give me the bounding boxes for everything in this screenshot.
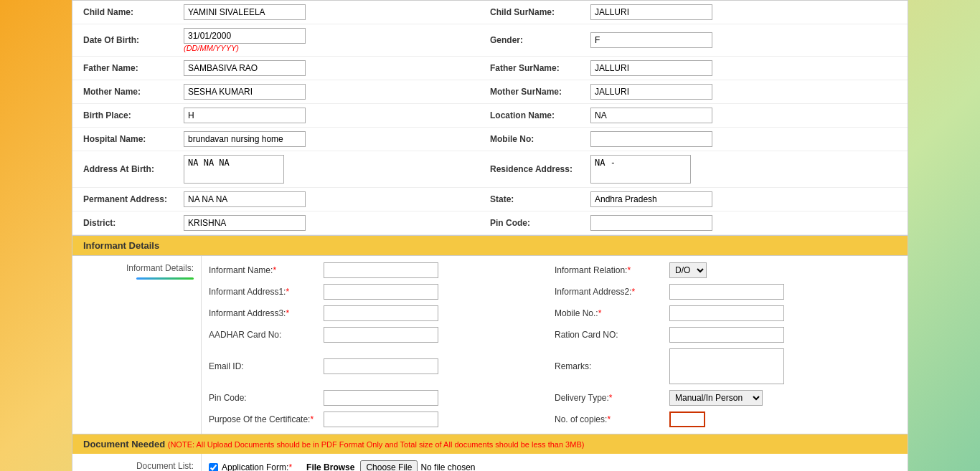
application-form-checkbox-label[interactable]: Application Form:* [209,462,292,471]
application-form-checkbox[interactable] [209,463,218,472]
remarks-label: Remarks: [555,361,669,371]
permanent-address-input[interactable] [184,191,306,207]
file-browse-label: File Browse [306,462,354,471]
file-input[interactable] [360,460,523,471]
residence-address-label: Residence Address: [490,164,590,174]
father-surname-input[interactable] [590,60,712,76]
birth-place-col: Birth Place: [83,108,490,123]
informant-address2-col: Informant Address2:* [555,284,900,300]
pin-code-input[interactable] [590,215,712,231]
child-name-input[interactable] [184,4,306,20]
purpose-label: Purpose Of the Certificate:* [209,414,324,424]
aadhar-label: AADHAR Card No: [209,330,324,340]
informant-address1-col: Informant Address1:* [209,284,555,300]
document-note: (NOTE: All Upload Documents should be in… [168,440,585,449]
birth-place-input[interactable] [184,108,306,123]
father-name-row: Father Name: Father SurName: [72,57,908,80]
aadhar-row: AADHAR Card No: Ration Card NO: [209,324,900,346]
address-birth-input[interactable]: NA NA NA [184,155,284,184]
informant-address2-input[interactable] [669,284,784,300]
location-name-input[interactable] [590,108,712,123]
content-area: Child Name: Child SurName: Date Of Birth… [72,0,908,471]
dob-col: Date Of Birth: (DD/MM/YYYY) [83,28,490,52]
dob-input[interactable] [184,28,306,44]
aadhar-input[interactable] [324,327,438,343]
mother-surname-col: Mother SurName: [490,84,897,100]
child-surname-label: Child SurName: [490,7,590,17]
gender-col: Gender: [490,32,897,48]
district-col: District: [83,215,490,231]
district-label: District: [83,218,184,228]
inf-mobile-input[interactable] [669,305,784,321]
mother-name-label: Mother Name: [83,87,184,97]
residence-address-input[interactable]: NA - [590,155,691,184]
email-col: Email ID: [209,358,555,374]
informant-name-label: Informant Name:* [209,265,324,275]
inf-pincode-label: Pin Code: [209,393,324,403]
no-copies-input[interactable] [669,411,705,427]
mother-name-row: Mother Name: Mother SurName: [72,80,908,104]
child-surname-input[interactable] [590,4,712,20]
ration-input[interactable] [669,327,784,343]
informant-relation-label: Informant Relation:* [555,265,669,275]
child-name-label: Child Name: [83,7,184,17]
hospital-name-input[interactable] [184,131,306,147]
remarks-col: Remarks: [555,348,900,384]
delivery-col: Delivery Type:* Manual/In Person By Post [555,390,900,406]
mobile-no-input[interactable] [590,131,712,147]
purpose-col: Purpose Of the Certificate:* [209,411,555,427]
email-row: Email ID: Remarks: [209,346,900,387]
father-surname-col: Father SurName: [490,60,897,76]
mother-surname-label: Mother SurName: [490,87,590,97]
email-input[interactable] [324,358,438,374]
state-input[interactable] [590,191,712,207]
dob-row: Date Of Birth: (DD/MM/YYYY) Gender: [72,24,908,57]
child-name-row: Child Name: Child SurName: [72,1,908,24]
birth-place-row: Birth Place: Location Name: [72,104,908,128]
no-copies-label: No. of copies:* [555,414,669,424]
no-copies-col: No. of copies:* [555,411,900,427]
delivery-type-select[interactable]: Manual/In Person By Post [669,390,763,406]
delivery-label: Delivery Type:* [555,393,669,403]
informant-address3-row: Informant Address3:* Mobile No.:* [209,303,900,324]
father-name-input[interactable] [184,60,306,76]
informant-name-row: Informant Name:* Informant Relation:* D/… [209,260,900,281]
purpose-row: Purpose Of the Certificate:* No. of copi… [209,409,900,430]
hospital-col: Hospital Name: [83,131,490,147]
informant-relation-col: Informant Relation:* D/O S/O W/O [555,262,900,278]
remarks-textarea[interactable] [669,348,784,384]
hospital-row: Hospital Name: Mobile No: [72,128,908,151]
state-label: State: [490,194,590,204]
mother-surname-input[interactable] [590,84,712,100]
application-form-row: Application Form:* File Browse [209,457,900,471]
purpose-input[interactable] [324,411,438,427]
father-name-col: Father Name: [83,60,490,76]
gender-label: Gender: [490,35,590,45]
informant-sidebar-underline [136,277,194,280]
child-surname-col: Child SurName: [490,4,897,20]
informant-address2-label: Informant Address2:* [555,287,669,297]
informant-address3-input[interactable] [324,305,438,321]
inf-pincode-col: Pin Code: [209,390,555,406]
aadhar-col: AADHAR Card No: [209,327,555,343]
address-birth-row: Address At Birth: NA NA NA Residence Add… [72,151,908,188]
dob-input-group: (DD/MM/YYYY) [184,28,306,52]
ration-col: Ration Card NO: [555,327,900,343]
pin-code-label: Pin Code: [490,218,590,228]
gender-input[interactable] [590,32,712,48]
permanent-address-row: Permanent Address: State: [72,188,908,211]
informant-name-input[interactable] [324,262,438,278]
district-input[interactable] [184,215,306,231]
mother-name-col: Mother Name: [83,84,490,100]
informant-address1-label: Informant Address1:* [209,287,324,297]
informant-relation-select[interactable]: D/O S/O W/O [669,262,707,278]
state-col: State: [490,191,897,207]
informant-address1-input[interactable] [324,284,438,300]
dob-label: Date Of Birth: [83,35,184,45]
mother-name-input[interactable] [184,84,306,100]
pincode-delivery-row: Pin Code: Delivery Type:* Manual/In Pers… [209,387,900,409]
pin-code-col: Pin Code: [490,215,897,231]
informant-address3-label: Informant Address3:* [209,308,324,318]
mobile-col: Mobile No: [490,131,897,147]
inf-pincode-input[interactable] [324,390,438,406]
